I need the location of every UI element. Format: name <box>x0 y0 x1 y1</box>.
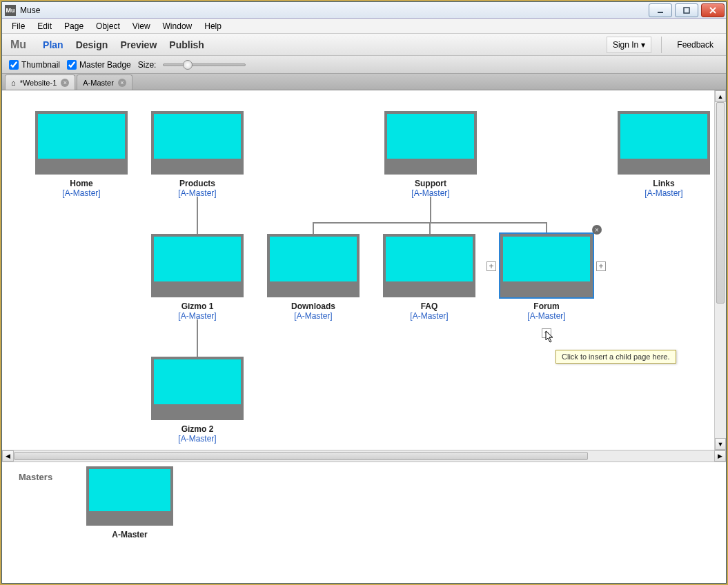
page-thumb-support[interactable]: Support [A-Master] <box>384 111 477 198</box>
page-master-badge: [A-Master] <box>267 311 360 321</box>
page-master-badge: [A-Master] <box>35 188 128 198</box>
thumbnail-label: Thumbnail <box>21 60 60 70</box>
document-tabstrip: ⌂ *Website-1 × A-Master × <box>2 74 726 90</box>
page-title: Links <box>618 179 710 188</box>
mode-tab-plan[interactable]: Plan <box>43 39 63 50</box>
menu-help[interactable]: Help <box>199 20 227 32</box>
size-slider[interactable] <box>163 63 246 66</box>
page-master-badge: [A-Master] <box>384 188 477 198</box>
menu-view[interactable]: View <box>127 20 156 32</box>
connector <box>430 197 431 223</box>
size-slider-thumb[interactable] <box>183 60 193 70</box>
document-tab-website-1[interactable]: ⌂ *Website-1 × <box>5 75 75 90</box>
insert-sibling-after-button[interactable]: + <box>596 261 606 271</box>
thumbnail-checkbox[interactable]: Thumbnail <box>9 60 60 70</box>
vertical-scroll-track[interactable] <box>715 102 726 438</box>
page-title: Gizmo 2 <box>151 424 244 434</box>
delete-page-button[interactable]: × <box>592 225 602 235</box>
chevron-down-icon: ▾ <box>641 40 645 50</box>
page-master-badge: [A-Master] <box>151 311 244 321</box>
menu-file[interactable]: File <box>6 20 30 32</box>
menu-edit[interactable]: Edit <box>32 20 57 32</box>
sitemap-canvas[interactable]: Home [A-Master] Products [A-Master] Supp… <box>2 90 726 450</box>
insert-sibling-before-button[interactable]: + <box>486 261 496 271</box>
app-icon: Mu <box>5 5 16 16</box>
page-title: FAQ <box>383 301 475 311</box>
optionsbar: Thumbnail Master Badge Size: <box>2 56 726 74</box>
horizontal-scroll-track[interactable] <box>14 450 714 462</box>
tooltip: Click to insert a child page here. <box>555 350 676 364</box>
scroll-right-button[interactable]: ▶ <box>714 450 726 462</box>
sitemap-icon: ⌂ <box>11 79 16 87</box>
mu-logo: Mu <box>6 39 30 51</box>
masters-pane[interactable]: Masters A-Master <box>2 462 726 583</box>
page-thumb-home[interactable]: Home [A-Master] <box>35 111 128 198</box>
master-title: A-Master <box>86 530 173 539</box>
page-master-badge: [A-Master] <box>151 434 244 444</box>
horizontal-scroll-thumb[interactable] <box>14 452 588 460</box>
page-thumb-links[interactable]: Links [A-Master] <box>618 111 710 198</box>
menubar: File Edit Page Object View Window Help <box>2 19 726 34</box>
master-badge-checkbox-input[interactable] <box>67 60 77 70</box>
maximize-button[interactable] <box>675 3 698 17</box>
tab-close-icon[interactable]: × <box>118 79 126 87</box>
page-title: Forum <box>500 301 593 311</box>
sitemap-pane[interactable]: Home [A-Master] Products [A-Master] Supp… <box>2 90 726 450</box>
app-window: Mu Muse File Edit Page Object View Windo… <box>1 1 727 584</box>
divider <box>661 37 662 53</box>
mode-tab-preview[interactable]: Preview <box>120 39 157 50</box>
page-title: Products <box>151 179 244 188</box>
scroll-left-button[interactable]: ◀ <box>2 450 14 462</box>
scroll-up-button[interactable]: ▲ <box>715 90 726 102</box>
titlebar: Mu Muse <box>2 2 726 19</box>
connector <box>313 222 314 234</box>
window-title: Muse <box>20 6 40 15</box>
masters-label: Masters <box>19 472 52 482</box>
menu-window[interactable]: Window <box>157 20 198 32</box>
document-tab-label: *Website-1 <box>20 79 57 87</box>
page-master-badge: [A-Master] <box>151 188 244 198</box>
vertical-scrollbar[interactable]: ▲ ▼ <box>714 90 726 450</box>
modebar: Mu Plan Design Preview Publish Sign In ▾… <box>2 34 726 56</box>
menu-object[interactable]: Object <box>90 20 126 32</box>
master-badge-label: Master Badge <box>79 60 131 70</box>
sign-in-button[interactable]: Sign In ▾ <box>607 37 651 53</box>
page-thumb-gizmo-1[interactable]: Gizmo 1 [A-Master] <box>151 234 244 321</box>
vertical-scroll-thumb[interactable] <box>716 102 725 304</box>
master-badge-checkbox[interactable]: Master Badge <box>67 60 131 70</box>
page-master-badge: [A-Master] <box>500 311 593 321</box>
main-area: Home [A-Master] Products [A-Master] Supp… <box>2 90 726 583</box>
horizontal-scrollbar[interactable]: ◀ ▶ <box>2 450 726 462</box>
connector <box>197 319 198 357</box>
menu-page[interactable]: Page <box>59 20 89 32</box>
page-title: Downloads <box>267 301 360 311</box>
window-controls <box>647 3 726 18</box>
document-tab-a-master[interactable]: A-Master × <box>77 75 132 90</box>
page-master-badge: [A-Master] <box>383 311 475 321</box>
mode-tab-publish[interactable]: Publish <box>169 39 204 50</box>
insert-child-button[interactable]: + <box>542 328 551 338</box>
connector <box>429 222 431 234</box>
connector <box>546 222 547 234</box>
scroll-down-button[interactable]: ▼ <box>715 438 726 450</box>
page-thumb-faq[interactable]: FAQ [A-Master] <box>383 234 475 321</box>
minimize-button[interactable] <box>649 3 672 17</box>
size-label: Size: <box>138 60 157 70</box>
page-thumb-forum[interactable]: Forum [A-Master] <box>500 234 593 321</box>
thumbnail-checkbox-input[interactable] <box>9 60 19 70</box>
document-tab-label: A-Master <box>83 79 114 87</box>
page-title: Support <box>384 179 477 188</box>
master-thumb-a-master[interactable]: A-Master <box>86 466 173 539</box>
page-title: Gizmo 1 <box>151 301 244 311</box>
mode-tab-design[interactable]: Design <box>76 39 108 50</box>
page-master-badge: [A-Master] <box>618 188 710 198</box>
svg-rect-1 <box>684 8 689 13</box>
page-thumb-gizmo-2[interactable]: Gizmo 2 [A-Master] <box>151 357 244 444</box>
feedback-button[interactable]: Feedback <box>671 37 719 52</box>
page-title: Home <box>35 179 128 188</box>
page-thumb-downloads[interactable]: Downloads [A-Master] <box>267 234 360 321</box>
connector <box>197 197 198 234</box>
page-thumb-products[interactable]: Products [A-Master] <box>151 111 244 198</box>
close-button[interactable] <box>701 3 725 17</box>
tab-close-icon[interactable]: × <box>61 79 69 87</box>
